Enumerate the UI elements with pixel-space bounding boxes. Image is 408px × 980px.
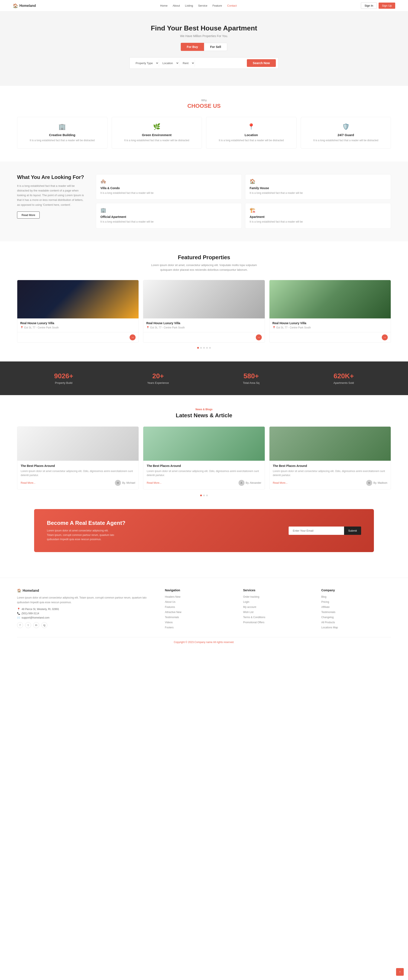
nav-contact[interactable]: Contact <box>227 4 237 7</box>
property-footer-1: → <box>143 332 265 342</box>
hero-title: Find Your Best House Apartment <box>0 24 408 32</box>
footer-services-link-4[interactable]: Terms & Conditions <box>243 616 265 619</box>
footer-services-link-1[interactable]: Login <box>243 600 249 603</box>
stat-1: 20+ Years Experience <box>147 372 169 385</box>
dot-1[interactable] <box>200 347 202 349</box>
footer-nav-col: Navigation Headers New About Us Features… <box>165 589 235 631</box>
rent-select[interactable]: Rent <box>179 60 195 67</box>
footer-nav-link-3[interactable]: Attractive New <box>165 611 182 614</box>
footer-about: 🏠 Homeland Lorem ipsum dolor sit amet co… <box>17 589 156 631</box>
footer-company-link-2[interactable]: Affiliate <box>321 606 330 609</box>
location-icon: 📍 <box>210 123 292 130</box>
property-arrow-1[interactable]: → <box>256 334 262 340</box>
nav-about[interactable]: About <box>173 4 180 7</box>
tab-sell[interactable]: For Sell <box>204 43 227 51</box>
signin-button[interactable]: Sign In <box>361 3 377 9</box>
location-select[interactable]: Location <box>159 60 179 67</box>
property-image-2 <box>269 280 391 318</box>
footer-nav-link-5[interactable]: Videos <box>165 621 173 624</box>
footer-nav-link-4[interactable]: Testimonials <box>165 616 179 619</box>
footer-services-link-2[interactable]: My account <box>243 606 256 609</box>
news-dot-2[interactable] <box>206 495 208 496</box>
footer-company-link-0[interactable]: Blog <box>321 595 326 598</box>
footer-nav-item-4: Testimonials <box>165 615 235 619</box>
property-card-0: Real House Luxury Villa 📍 Est St, 77 - C… <box>17 280 139 343</box>
carousel-dots <box>17 347 391 349</box>
property-address-1: 📍 Est St, 77 - Centre Park South <box>146 326 261 329</box>
news-footer-0: Read More... M By. Michael <box>21 480 135 486</box>
footer-company-link-3[interactable]: Testimonials <box>321 611 335 614</box>
news-dot-1[interactable] <box>203 495 205 496</box>
looking-right: 🏘️ Villa & Condo It is a long establishe… <box>96 174 391 228</box>
hero-tabs: For Buy For Sell <box>0 43 408 51</box>
property-card-1: Real House Luxury Villa 📍 Est St, 77 - C… <box>143 280 265 343</box>
instagram-icon[interactable]: ig <box>41 622 47 628</box>
footer-company-link-6[interactable]: Locations Map <box>321 626 338 629</box>
dot-4[interactable] <box>209 347 211 349</box>
property-arrow-2[interactable]: → <box>382 334 388 340</box>
dot-2[interactable] <box>203 347 205 349</box>
footer-services-link-3[interactable]: Wish List <box>243 611 253 614</box>
property-footer-0: → <box>17 332 139 342</box>
choose-desc-0: It is a long established fact that a rea… <box>22 138 103 143</box>
author-avatar-1: A <box>239 480 244 486</box>
footer-company-link-5[interactable]: All Products <box>321 621 335 624</box>
read-more-button[interactable]: Read More <box>17 212 40 218</box>
property-title-1: Real House Luxury Villa <box>146 321 261 325</box>
news-read-more-2[interactable]: Read More... <box>273 481 288 484</box>
twitter-icon[interactable]: t <box>25 622 31 628</box>
news-card-2: The Best Places Around Lorem ipsum dolor… <box>269 426 391 490</box>
stat-label-0: Property Build <box>54 381 73 385</box>
nav-home[interactable]: Home <box>160 4 167 7</box>
footer-services-link-5[interactable]: Promotional Offers <box>243 621 265 624</box>
submit-button[interactable]: Submit <box>344 527 361 535</box>
email-input[interactable] <box>288 527 344 535</box>
looking-left: What You Are Looking For? It is a long e… <box>17 174 85 218</box>
pin-icon-2: 📍 <box>273 326 276 329</box>
nav-listing[interactable]: Listing <box>185 4 193 7</box>
property-address-2: 📍 Est St, 77 - Centre Park South <box>273 326 388 329</box>
facebook-icon[interactable]: f <box>17 622 23 628</box>
signup-button[interactable]: Sign Up <box>379 3 395 9</box>
news-dot-0[interactable] <box>200 495 202 496</box>
property-arrow-0[interactable]: → <box>130 334 135 340</box>
footer-nav-item-0: Headers New <box>165 595 235 598</box>
search-button[interactable]: Search Now <box>247 59 276 67</box>
news-desc-0: Lorem ipsum dolor sit amet consectetur a… <box>21 469 135 477</box>
pin-icon-1: 📍 <box>146 326 150 329</box>
logo: 🏠 Homeland <box>13 3 36 8</box>
choose-title-3: 24/7 Guard <box>305 133 387 137</box>
tab-buy[interactable]: For Buy <box>181 43 204 51</box>
choose-card-3: 🛡️ 24/7 Guard It is a long established f… <box>301 117 391 149</box>
family-house-icon: 🏠 <box>250 179 386 184</box>
footer-services-item-3: Wish List <box>243 610 313 614</box>
footer-social: f t in ig <box>17 622 156 628</box>
footer-nav-link-0[interactable]: Headers New <box>165 595 180 598</box>
footer-services-item-5: Promotional Offers <box>243 620 313 624</box>
footer-company-link-1[interactable]: Pricing <box>321 600 329 603</box>
linkedin-icon[interactable]: in <box>33 622 39 628</box>
stat-number-3: 620K+ <box>333 372 354 380</box>
cta-section: Become A Real Estate Agent? Lorem ipsum … <box>34 509 374 552</box>
news-section: News & Blogs Latest News & Article The B… <box>0 395 408 509</box>
footer-nav-link-1[interactable]: About Us <box>165 600 175 603</box>
property-info-2: Real House Luxury Villa 📍 Est St, 77 - C… <box>269 318 391 332</box>
footer-nav-link-6[interactable]: Footers <box>165 626 174 629</box>
footer-nav-link-2[interactable]: Features <box>165 606 175 609</box>
news-read-more-1[interactable]: Read More... <box>147 481 161 484</box>
dot-3[interactable] <box>206 347 208 349</box>
footer-nav-item-5: Videos <box>165 620 235 624</box>
footer-company-link-4[interactable]: Changelog <box>321 616 334 619</box>
dot-0[interactable] <box>197 347 199 349</box>
footer-address: 📍 48 Pierce St, Westerly, RI, 02891 <box>17 608 156 611</box>
hero-section: Find Your Best House Apartment We Have M… <box>0 11 408 86</box>
news-read-more-0[interactable]: Read More... <box>21 481 35 484</box>
news-tag: News & Blogs <box>17 408 391 411</box>
footer-services-link-0[interactable]: Order tracking <box>243 595 259 598</box>
nav-feature[interactable]: Feature <box>212 4 222 7</box>
nav-auth-buttons: Sign In Sign Up <box>361 3 395 9</box>
property-type-select[interactable]: Property Type <box>132 60 159 67</box>
stat-label-3: Apartments Sold <box>333 381 354 385</box>
address-icon: 📍 <box>17 608 20 611</box>
nav-service[interactable]: Service <box>198 4 207 7</box>
